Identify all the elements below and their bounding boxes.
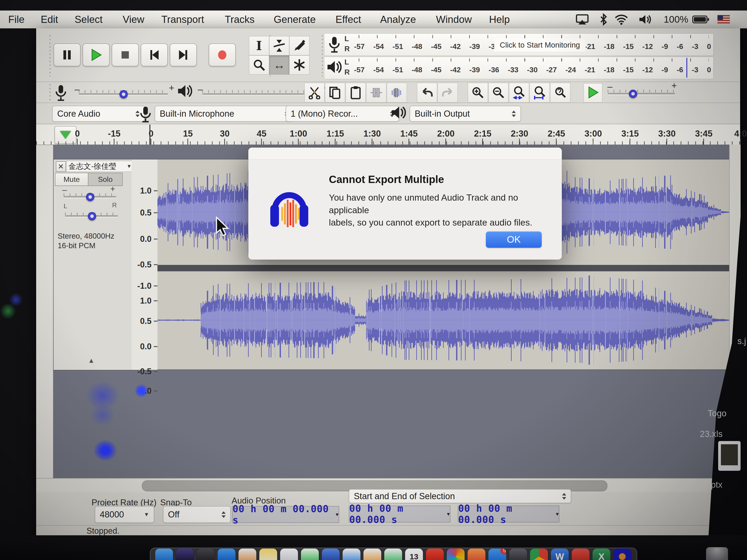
menu-effect[interactable]: Effect — [336, 10, 361, 28]
speed-slider-ticks — [608, 90, 675, 92]
dock-app-netease-music[interactable] — [426, 549, 444, 560]
envelope-tool[interactable] — [269, 36, 289, 55]
play-speed-slider[interactable] — [608, 93, 675, 95]
vertical-scale-ruler[interactable]: 1.01.00.50.50.00.0-0.5-0.5-1.0-1.0 — [132, 159, 158, 370]
play-button[interactable] — [83, 44, 110, 66]
paste-button[interactable] — [345, 83, 366, 103]
playback-device-select[interactable]: Built-in Output — [410, 106, 521, 122]
dock-app-photo-booth[interactable] — [322, 549, 340, 560]
audio-host-select[interactable]: Core Audio — [52, 106, 145, 122]
dock-app-notes[interactable] — [259, 549, 277, 560]
dock-app-numbers[interactable] — [384, 549, 402, 560]
menu-file[interactable]: File — [8, 10, 25, 28]
dock-app-finder[interactable] — [155, 549, 173, 560]
cut-button[interactable] — [304, 83, 325, 103]
selection-tool[interactable]: I — [249, 36, 269, 55]
airplay-icon[interactable] — [575, 14, 589, 25]
gain-knob[interactable] — [86, 193, 94, 201]
timeline-ruler[interactable]: 0-1501530451:001:151:301:452:002:152:302… — [36, 125, 740, 145]
recording-meter[interactable]: L R -57-54-51-48-45-42-39-36-33-30-27-24… — [324, 33, 714, 56]
fit-project-button[interactable] — [530, 83, 550, 103]
bluetooth-icon[interactable] — [600, 13, 608, 26]
track-name-menu[interactable]: 金志文-徐佳瑩 ▼ — [67, 161, 134, 172]
dock-app-launchpad[interactable] — [197, 549, 215, 560]
stop-button[interactable] — [112, 44, 139, 66]
dock-app-pages[interactable] — [363, 549, 381, 560]
ok-button[interactable]: OK — [486, 231, 542, 248]
menu-help[interactable]: Help — [489, 10, 510, 28]
menu-select[interactable]: Select — [75, 10, 103, 28]
monitoring-overlay[interactable]: Click to Start Monitoring — [494, 39, 586, 51]
wifi-icon[interactable] — [615, 14, 628, 25]
snap-to-select[interactable]: Off — [163, 506, 231, 523]
draw-tool[interactable] — [289, 36, 309, 55]
dock-app-keynote[interactable] — [343, 549, 360, 560]
waveform-canvas-right[interactable] — [157, 271, 729, 369]
dock-app-app-store[interactable]: 5 — [488, 549, 506, 560]
time-shift-tool[interactable]: ↔ — [269, 55, 289, 75]
dock-app-mail[interactable] — [238, 549, 256, 560]
recording-device-select[interactable]: Built-in Microphone — [155, 106, 294, 122]
multi-tool[interactable] — [289, 55, 309, 75]
project-rate-select[interactable]: 48000 ▼ — [95, 506, 154, 523]
fit-selection-button[interactable] — [509, 83, 529, 103]
pause-button[interactable] — [54, 44, 81, 66]
dock-app-excel[interactable]: X — [593, 549, 610, 560]
dock-app-photos[interactable] — [447, 549, 465, 560]
dock-app-system-preferences[interactable] — [509, 549, 527, 560]
menu-generate[interactable]: Generate — [274, 10, 316, 28]
playback-meter[interactable]: L R -57-54-51-48-45-42-39-36-33-30-27-24… — [324, 57, 714, 79]
trash-icon[interactable] — [706, 547, 728, 560]
dock-app-safari[interactable] — [217, 549, 235, 560]
dock-app-red-app[interactable] — [572, 549, 590, 560]
dock-app-chrome[interactable] — [530, 549, 548, 560]
menu-transport[interactable]: Transport — [161, 10, 204, 28]
audio-position-field[interactable]: 00 h 00 m 00.000 s ▼ — [232, 506, 339, 523]
desktop-file-icon[interactable] — [718, 441, 741, 471]
dock-app-music-levels[interactable] — [301, 549, 319, 560]
waveform-channel-right[interactable] — [157, 271, 729, 370]
battery-icon[interactable] — [692, 15, 709, 24]
silence-audio-button — [387, 83, 407, 103]
menu-analyze[interactable]: Analyze — [380, 10, 416, 28]
menu-tracks[interactable]: Tracks — [225, 10, 255, 28]
pan-knob[interactable] — [88, 212, 96, 220]
input-language-flag-icon[interactable] — [718, 15, 730, 24]
volume-icon[interactable] — [639, 14, 653, 25]
amplitude-scale-label: -1.0 — [137, 281, 152, 291]
zoom-out-button[interactable] — [488, 83, 509, 103]
timeline-tick-label: -15 — [108, 129, 121, 139]
menu-edit[interactable]: Edit — [41, 10, 58, 28]
dock-app-books[interactable] — [468, 549, 485, 560]
selection-start-field[interactable]: 00 h 00 m 00.000 s ▼ — [349, 506, 450, 523]
toolbar-grip[interactable] — [322, 35, 323, 76]
dock-app-calendar[interactable]: 13 — [405, 549, 423, 560]
menu-view[interactable]: View — [123, 10, 145, 28]
dock-app-textedit[interactable] — [280, 549, 298, 560]
menu-window[interactable]: Window — [436, 10, 472, 28]
close-track-button[interactable]: ✕ — [56, 161, 66, 172]
zoom-tool[interactable] — [249, 55, 269, 75]
zoom-in-button[interactable] — [468, 83, 488, 103]
play-speed-knob[interactable] — [629, 90, 637, 98]
record-level-knob[interactable] — [120, 90, 128, 98]
solo-button[interactable]: Solo — [88, 173, 123, 186]
skip-to-end-button[interactable] — [170, 44, 197, 66]
desktop-left-strip — [0, 28, 36, 535]
dock-app-audacity[interactable] — [613, 549, 631, 560]
play-at-speed-button[interactable] — [584, 83, 602, 103]
mute-button[interactable]: Mute — [55, 173, 88, 186]
undo-button[interactable] — [417, 83, 437, 103]
record-button[interactable] — [209, 44, 236, 66]
selection-end-field[interactable]: 00 h 00 m 00.000 s ▼ — [458, 506, 559, 523]
collapse-track-icon[interactable]: ▲ — [88, 357, 95, 365]
zoom-toggle-button[interactable] — [550, 83, 570, 103]
copy-button[interactable] — [325, 83, 345, 103]
selection-format-select[interactable]: Start and End of Selection — [349, 489, 571, 503]
dock-app-word[interactable]: W — [551, 549, 569, 560]
recording-channels-select[interactable]: 1 (Mono) Recor... — [286, 106, 399, 122]
battery-percent[interactable]: 100% — [664, 14, 688, 25]
toolbar-grip[interactable] — [49, 84, 51, 101]
skip-to-start-button[interactable] — [141, 44, 168, 66]
dock-app-siri[interactable] — [176, 549, 194, 560]
